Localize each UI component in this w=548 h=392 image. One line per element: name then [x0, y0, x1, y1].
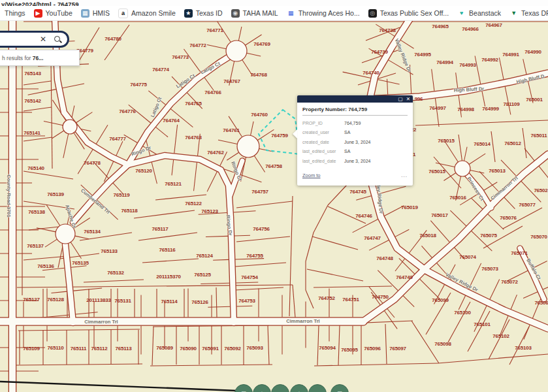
parcel-label[interactable]: 764771 [206, 27, 223, 33]
parcel-label[interactable]: 764754 [241, 274, 258, 280]
parcel-label[interactable]: 765093 [246, 345, 263, 351]
parcel-label[interactable]: 765125 [194, 272, 211, 278]
parcel-label[interactable]: 764774 [152, 67, 169, 73]
parcel-label[interactable]: 765090 [180, 346, 197, 351]
parcel-label[interactable]: 765097 [389, 346, 406, 351]
parcel-label[interactable]: 765126 [191, 299, 208, 305]
parcel-label[interactable]: 765077 [519, 202, 536, 208]
parcel-label[interactable]: 765095 [341, 347, 358, 353]
parcel-label[interactable]: 764738 [379, 27, 396, 33]
parcel-label[interactable]: 765117 [152, 226, 168, 232]
parcel-label[interactable]: 764780 [105, 36, 121, 42]
parcel-label[interactable]: 765142 [24, 98, 41, 104]
parcel-label[interactable]: 764769 [253, 41, 270, 47]
parcel-label[interactable]: 765109 [23, 346, 40, 351]
parcel-label[interactable]: 201113833 [86, 297, 110, 303]
parcel-label[interactable]: 764775 [130, 82, 147, 88]
parcel-label[interactable]: 764756 [253, 226, 270, 232]
parcel-label[interactable]: 764751 [342, 297, 359, 302]
parcel-label[interactable]: 765127 [23, 297, 40, 302]
parcel-label[interactable]: 765001 [526, 97, 543, 103]
parcel-label[interactable]: 765140 [27, 165, 44, 171]
parcel-label[interactable]: 765133 [101, 248, 118, 254]
parcel-label[interactable]: 764758 [265, 163, 282, 169]
parcel-label-partial[interactable]: 996 [415, 96, 423, 102]
parcel-label[interactable]: 764747 [364, 235, 381, 241]
parcel-label[interactable]: 765073 [481, 266, 498, 272]
parcel-label[interactable]: 765016 [449, 195, 466, 201]
parcel-label[interactable]: 764752 [318, 295, 335, 301]
parcel-label[interactable]: 765103 [515, 345, 532, 351]
parcel-label[interactable]: 764772 [189, 42, 206, 48]
parcel-label[interactable]: 764757 [251, 189, 268, 195]
bookmark-beanstack[interactable]: ♥Beanstack [457, 9, 501, 18]
parcel-label[interactable]: 764753 [238, 298, 255, 304]
parcel-label[interactable]: 765112 [91, 346, 107, 351]
parcel-label[interactable]: 764966 [462, 26, 479, 32]
parcel-label[interactable]: 765011 [530, 133, 547, 139]
parcel-label[interactable]: 764965 [432, 24, 449, 29]
parcel-label[interactable]: 201115370 [156, 274, 180, 280]
parcel-label[interactable]: 764778 [84, 160, 101, 166]
parcel-label[interactable]: 764745 [349, 189, 366, 195]
clear-search-icon[interactable]: ✕ [40, 35, 46, 43]
parcel-label[interactable]: 765132 [107, 270, 124, 276]
parcel-label[interactable]: 765119 [113, 192, 129, 198]
parcel-label[interactable]: 764755 [246, 253, 263, 259]
parcel-label-selected[interactable]: 764759 [271, 133, 288, 139]
parcel-label[interactable]: 764750 [372, 294, 389, 300]
parcel-label[interactable]: 765116 [159, 247, 175, 253]
parcel-label[interactable]: 765019 [401, 204, 418, 210]
parcel-label[interactable]: 764995 [414, 52, 431, 57]
map-search-box[interactable]: ✕ [0, 31, 69, 48]
parcel-label[interactable]: 765098 [434, 341, 451, 347]
parcel-label[interactable]: 764748 [376, 255, 393, 261]
parcel-label-partial[interactable]: 1 [413, 152, 415, 157]
parcel-label[interactable]: 765092 [224, 346, 241, 351]
parcel-label[interactable]: 765089 [156, 345, 173, 351]
parcel-label[interactable]: 765134 [84, 229, 101, 235]
parcel-label[interactable]: 765123 [201, 208, 218, 214]
bookmark-throwing-aces-ho[interactable]: ▦Throwing Aces Ho... [287, 9, 360, 18]
zoom-to-link[interactable]: Zoom to [302, 172, 321, 178]
parcel-label[interactable]: 764998 [457, 106, 474, 112]
parcel-label[interactable]: 765135 [72, 260, 89, 266]
popup-restore-icon[interactable]: ▢ [398, 97, 403, 102]
parcel-label-partial[interactable]: 76506 [534, 300, 548, 306]
parcel-label[interactable]: 765100 [454, 310, 471, 316]
parcel-label[interactable]: 765076 [500, 215, 517, 221]
parcel-label[interactable]: 764767 [223, 78, 240, 84]
parcel-label[interactable]: 765121 [165, 181, 182, 187]
parcel-label[interactable]: 764764 [163, 118, 180, 123]
parcel-label[interactable]: 765138 [28, 209, 45, 215]
parcel-label[interactable]: 765118 [121, 208, 137, 214]
bookmark-youtube[interactable]: ▶YouTube [34, 9, 73, 18]
bookmark-texas-public-sex-off[interactable]: ◎Texas Public Sex Off... [368, 9, 449, 18]
parcel-label[interactable]: 765114 [161, 299, 177, 304]
parcel-label[interactable]: 765122 [185, 201, 202, 206]
parcel-label[interactable]: 765102 [492, 333, 509, 339]
parcel-label[interactable]: 765136 [37, 263, 54, 269]
parcel-label[interactable]: 764765 [185, 101, 202, 106]
parcel-label[interactable]: 764967 [485, 22, 502, 28]
parcel-label[interactable]: 765071 [511, 250, 528, 256]
parcel-label[interactable]: 764777 [109, 136, 126, 142]
parcel-label[interactable]: 765139 [47, 191, 64, 197]
parcel-label[interactable]: 765096 [364, 346, 381, 351]
parcel-label[interactable]: 765101 [474, 321, 491, 327]
map-canvas[interactable]: 7651437651427651417651407651397651387651… [0, 21, 548, 392]
parcel-label[interactable]: 765091 [202, 346, 219, 351]
parcel-label[interactable]: 764997 [429, 105, 446, 111]
parcel-label[interactable]: 765131 [114, 298, 131, 304]
search-icon[interactable] [54, 36, 61, 42]
parcel-label[interactable]: 765017 [431, 212, 448, 218]
parcel-label[interactable]: 765018 [419, 233, 436, 238]
bookmark-texas-id[interactable]: ★Texas ID [184, 9, 223, 18]
parcel-label[interactable]: 764776 [119, 108, 136, 114]
parcel-label[interactable]: 764999 [482, 106, 499, 112]
bookmark-hmis[interactable]: ▦HMIS [81, 9, 110, 18]
parcel-label[interactable]: 765124 [196, 253, 213, 259]
parcel-label[interactable]: 765014 [474, 141, 491, 147]
bookmark-taha-mail[interactable]: ◉TAHA MAIL [231, 9, 278, 18]
parcel-label[interactable]: 765012 [504, 140, 521, 146]
